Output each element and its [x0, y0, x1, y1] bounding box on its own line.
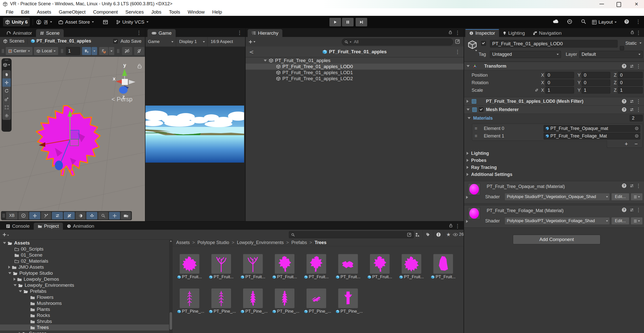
menu-assets[interactable]: Assets [33, 9, 55, 15]
asset-tile[interactable] [275, 289, 294, 308]
active-checkbox[interactable] [481, 41, 486, 46]
menu-help[interactable]: Help [208, 9, 226, 15]
tag-dropdown[interactable]: Untagged [490, 51, 561, 58]
project-search-field[interactable] [289, 231, 414, 238]
foldout-open-icon[interactable] [3, 242, 6, 244]
asset-label[interactable]: PT_Fruit... [367, 274, 395, 279]
component-enabled-checkbox[interactable] [479, 107, 483, 112]
tab-scene[interactable]: Scene [36, 29, 64, 37]
asset-label[interactable]: PT_Pine_... [177, 309, 204, 314]
asset-label[interactable]: PT_Pine_... [241, 309, 268, 314]
object-picker-icon[interactable] [635, 134, 639, 138]
help-icon[interactable] [622, 64, 626, 68]
static-checkbox[interactable] [620, 46, 624, 50]
asset-label[interactable]: PT_Fruit... [177, 274, 204, 279]
maximize-button[interactable] [617, 2, 621, 7]
foldout-lighting[interactable]: Lighting [464, 150, 644, 157]
shader-edit-button[interactable]: Edit... [611, 217, 629, 225]
tree-row-lowpoly-environments[interactable]: Lowpoly_Environments [0, 282, 169, 288]
tree-row-02-materials[interactable]: 02_Materials [0, 258, 169, 264]
scenes-breadcrumb[interactable]: Scenes [9, 38, 24, 44]
materials-row[interactable]: Materials 2 [464, 115, 644, 122]
remove-element-button[interactable]: − [634, 141, 638, 147]
minimize-button[interactable] [599, 4, 604, 4]
shader-dropdown[interactable]: Polytope Studio/PT_Vegetation_Foliage_Sh… [505, 217, 610, 225]
transform-tool[interactable] [2, 112, 11, 120]
menu-component[interactable]: Component [89, 9, 122, 15]
pan-overlay-button[interactable] [29, 212, 40, 219]
foldout-closed-icon[interactable] [466, 220, 468, 223]
scene-camera-settings-button[interactable] [18, 212, 28, 219]
object-picker-icon[interactable] [635, 126, 639, 130]
tree-scrollbar[interactable] [169, 239, 173, 333]
tree-row-mushrooms[interactable]: Mushrooms [0, 300, 169, 306]
foldout-closed-icon[interactable] [8, 266, 10, 269]
shader-menu-button[interactable] [631, 217, 643, 225]
overlay-drag-handle[interactable] [5, 60, 8, 60]
unity-vcs-dropdown[interactable]: Unity VCS [116, 18, 148, 26]
selected-tree-object[interactable] [32, 103, 103, 178]
aspect-dropdown[interactable]: 16:9 Aspect [208, 37, 233, 46]
tree-row-sources[interactable]: Sources [0, 330, 169, 333]
asset-label[interactable]: PT_Fruit... [272, 274, 299, 279]
tab-project[interactable]: Project [34, 223, 63, 230]
help-icon[interactable] [622, 99, 626, 104]
foldout-ray-tracing[interactable]: Ray Tracing [464, 164, 644, 171]
overlay-drag-handle[interactable] [3, 214, 5, 218]
material-preview-thumb[interactable] [468, 207, 480, 219]
help-icon[interactable] [622, 107, 626, 112]
rotate-tool[interactable] [2, 87, 11, 95]
menu-gameobject[interactable]: GameObject [55, 9, 89, 15]
favorites-button[interactable]: ★ [444, 231, 453, 238]
mesh-filter-header[interactable]: PT_Fruit_Tree_01_apples_LOD0 (Mesh Filte… [464, 97, 644, 106]
scale-x-field[interactable]: 1 [545, 87, 574, 93]
asset-tile[interactable] [402, 254, 421, 274]
constrain-proportions-icon[interactable] [535, 88, 539, 92]
add-component-button[interactable]: Add Component [513, 235, 600, 244]
drag-handle-icon[interactable] [475, 133, 477, 139]
asset-tile[interactable] [338, 289, 358, 308]
create-asset-dropdown[interactable] [3, 233, 9, 236]
tab-animation[interactable]: Animation [63, 223, 98, 230]
component-kebab[interactable] [636, 207, 641, 212]
menu-tools[interactable]: Tools [165, 9, 184, 15]
toolbar-drag-handle[interactable] [61, 49, 63, 53]
tree-row-rocks[interactable]: Rocks [0, 312, 169, 318]
scene-viewport[interactable]: y x z < Persp XB [0, 57, 145, 221]
shader-dropdown[interactable]: Polytope Studio/PT_Vegetation_Opaque_Sha… [505, 193, 610, 201]
foldout-closed-icon[interactable] [466, 196, 468, 199]
asset-label[interactable]: PT_Fruit... [241, 274, 268, 279]
rotation-z-field[interactable]: 0 [618, 79, 643, 86]
asset-label[interactable]: PT_Fruit... [304, 274, 331, 279]
component-kebab[interactable] [636, 64, 641, 69]
hierarchy-kebab-menu[interactable] [455, 30, 460, 35]
xb-device-button[interactable]: XB [6, 212, 18, 219]
menu-window[interactable]: Window [184, 9, 209, 15]
package-manager-button[interactable] [102, 19, 109, 25]
shader-menu-button[interactable] [631, 193, 643, 201]
material-preview-thumb[interactable] [468, 183, 480, 195]
undo-history-button[interactable] [567, 19, 572, 24]
asset-store-dropdown[interactable]: Asset Store [58, 18, 94, 26]
tree-row-prefabs[interactable]: Prefabs [0, 288, 169, 294]
scene-kebab-menu[interactable] [136, 30, 141, 35]
mesh-renderer-header[interactable]: Mesh Renderer [464, 106, 644, 114]
search-importance-button[interactable] [433, 231, 443, 238]
cloud-button[interactable] [553, 19, 559, 24]
view-hand-tool[interactable] [2, 70, 11, 78]
tree-row-flowers[interactable]: Flowers [0, 294, 169, 300]
foldout-probes[interactable]: Probes [464, 157, 644, 164]
gizmos-toggle-button[interactable] [86, 212, 97, 219]
view-lighting-toggle[interactable] [134, 47, 144, 55]
hierarchy-search-field[interactable]: All [342, 38, 453, 45]
scale-z-field[interactable]: 1 [618, 87, 643, 93]
prefab-header-kebab[interactable] [455, 49, 460, 54]
perspective-label[interactable]: < Persp [111, 96, 132, 103]
tab-console[interactable]: Console [2, 223, 34, 230]
lock-icon[interactable] [449, 30, 452, 34]
tab-inspector[interactable]: Inspector [465, 29, 499, 37]
toolbar-drag-handle[interactable] [117, 49, 119, 53]
asset-label[interactable]: PT_Pine_... [304, 309, 331, 314]
lock-icon[interactable] [449, 224, 452, 227]
tree-row-00-scripts[interactable]: 00_Scripts [0, 246, 169, 252]
